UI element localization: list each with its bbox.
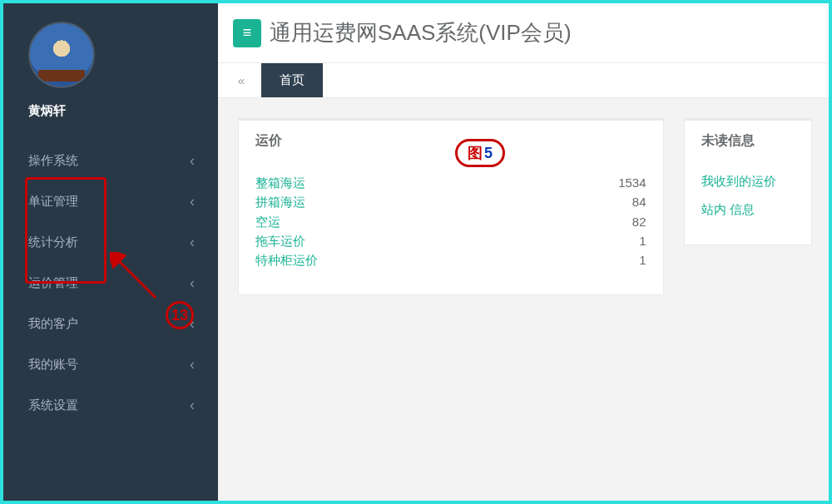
- user-avatar[interactable]: [28, 22, 95, 88]
- tabs-bar: « 首页: [218, 63, 829, 98]
- tab-back-button[interactable]: «: [226, 63, 256, 97]
- rate-row: 拖车运价 1: [255, 231, 646, 250]
- chevron-left-icon: ‹: [190, 315, 195, 333]
- chevron-left-icon: ‹: [190, 274, 195, 292]
- rate-list: 整箱海运 1534 拼箱海运 84 空运 82 拖车运价 1: [255, 173, 646, 269]
- page-title: 通用运费网SAAS系统(VIP会员): [270, 18, 572, 47]
- sidebar-item-system-settings[interactable]: 系统设置 ‹: [3, 385, 218, 426]
- sidebar-item-label: 统计分析: [28, 235, 78, 250]
- menu-toggle-button[interactable]: ≡: [233, 19, 261, 47]
- hamburger-icon: ≡: [243, 24, 252, 42]
- sidebar-item-operations[interactable]: 操作系统 ‹: [3, 141, 218, 181]
- rate-value: 1534: [618, 173, 646, 192]
- rate-value: 84: [632, 192, 646, 211]
- sidebar-item-label: 我的账号: [28, 357, 78, 373]
- sidebar-menu: 操作系统 ‹ 单证管理 ‹ 统计分析 ‹ 运价管理 ‹ 我的客户 ‹ 我的账号 …: [3, 141, 218, 426]
- content-row: 运价 整箱海运 1534 拼箱海运 84 空运 82 拖车运: [218, 98, 829, 295]
- chevron-left-icon: ‹: [190, 397, 195, 414]
- chevron-left-icon: ‹: [190, 356, 195, 373]
- rate-link-special[interactable]: 特种柜运价: [255, 250, 318, 269]
- rate-value: 82: [632, 212, 646, 231]
- unread-link-received-rates[interactable]: 我收到的运价: [701, 171, 795, 191]
- sidebar-item-label: 我的客户: [28, 316, 78, 332]
- double-chevron-left-icon: «: [238, 73, 245, 87]
- chevron-left-icon: ‹: [190, 152, 195, 170]
- rate-row: 拼箱海运 84: [255, 192, 646, 211]
- sidebar: 黄炳轩 操作系统 ‹ 单证管理 ‹ 统计分析 ‹ 运价管理 ‹ 我的客户 ‹: [3, 3, 218, 501]
- sidebar-item-label: 系统设置: [28, 398, 78, 413]
- panel-unread-title: 未读信息: [701, 132, 795, 158]
- sidebar-item-my-account[interactable]: 我的账号 ‹: [3, 344, 218, 385]
- rate-row: 空运 82: [255, 212, 646, 231]
- avatar-block: [3, 3, 218, 91]
- app-frame: 黄炳轩 操作系统 ‹ 单证管理 ‹ 统计分析 ‹ 运价管理 ‹ 我的客户 ‹: [0, 0, 832, 504]
- sidebar-item-documents[interactable]: 单证管理 ‹: [3, 181, 218, 222]
- topbar: ≡ 通用运费网SAAS系统(VIP会员): [218, 3, 829, 63]
- panel-rates-title: 运价: [255, 132, 646, 158]
- unread-links: 我收到的运价 站内 信息: [701, 171, 795, 220]
- sidebar-item-label: 运价管理: [28, 275, 78, 291]
- rate-link-lcl[interactable]: 拼箱海运: [255, 192, 305, 211]
- main-area: ≡ 通用运费网SAAS系统(VIP会员) « 首页 运价 整箱海运 1534: [218, 3, 829, 501]
- sidebar-item-statistics[interactable]: 统计分析 ‹: [3, 222, 218, 263]
- sidebar-item-label: 操作系统: [28, 153, 78, 169]
- tab-home[interactable]: 首页: [261, 63, 323, 97]
- rate-link-truck[interactable]: 拖车运价: [255, 231, 305, 250]
- sidebar-item-my-customers[interactable]: 我的客户 ‹: [3, 304, 218, 344]
- rate-link-fcl[interactable]: 整箱海运: [255, 173, 305, 192]
- sidebar-item-rate-management[interactable]: 运价管理 ‹: [3, 263, 218, 304]
- username-label: 黄炳轩: [3, 91, 218, 126]
- chevron-left-icon: ‹: [190, 234, 195, 251]
- tab-label: 首页: [280, 72, 305, 88]
- rate-value: 1: [639, 231, 646, 250]
- rate-value: 1: [639, 250, 646, 269]
- panel-unread: 未读信息 我收到的运价 站内 信息: [684, 118, 812, 245]
- panel-rates: 运价 整箱海运 1534 拼箱海运 84 空运 82 拖车运: [238, 118, 664, 295]
- chevron-left-icon: ‹: [190, 193, 195, 210]
- unread-link-site-messages[interactable]: 站内 信息: [701, 200, 795, 220]
- sidebar-item-label: 单证管理: [28, 194, 78, 210]
- rate-row: 整箱海运 1534: [255, 173, 646, 192]
- rate-row: 特种柜运价 1: [255, 250, 646, 269]
- rate-link-air[interactable]: 空运: [255, 212, 280, 231]
